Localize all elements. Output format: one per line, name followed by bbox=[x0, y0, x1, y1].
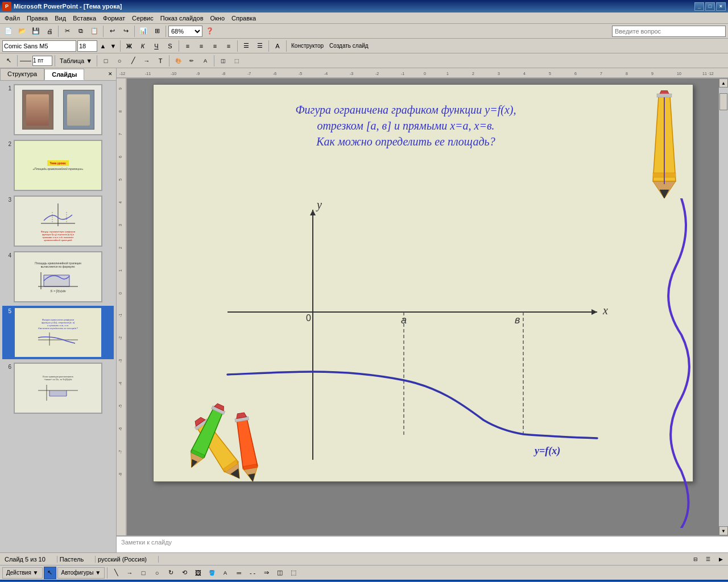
close-button[interactable]: × bbox=[716, 2, 726, 11]
shadow-btn[interactable]: ◫ bbox=[217, 55, 229, 67]
numbering-btn[interactable]: ☰ bbox=[254, 40, 266, 52]
redo-btn[interactable]: ↪ bbox=[119, 25, 132, 38]
help-icon-btn[interactable]: ❓ bbox=[204, 25, 216, 38]
slide-thumb-5[interactable]: 5 Фигура ограничена графикомфункции y=f(… bbox=[2, 306, 114, 359]
menu-file[interactable]: Файл bbox=[1, 14, 23, 23]
3dstyle-btn[interactable]: ⬚ bbox=[287, 567, 300, 579]
sep5 bbox=[120, 40, 121, 52]
arrow-style-btn[interactable]: ⇒ bbox=[260, 567, 272, 579]
draw-rect-btn[interactable]: □ bbox=[100, 55, 112, 67]
slide-thumb-4[interactable]: 4 Площадь криволинейной трапециивычисляе… bbox=[2, 250, 114, 304]
draw-line-btn[interactable]: ╱ bbox=[127, 55, 139, 67]
normal-view-btn[interactable]: ⊟ bbox=[690, 554, 701, 564]
scroll-thumb[interactable] bbox=[719, 93, 727, 110]
3d-btn[interactable]: ⬚ bbox=[230, 55, 243, 67]
scroll-down-button[interactable]: ▼ bbox=[719, 526, 728, 535]
close-panel-button[interactable]: ✕ bbox=[106, 69, 115, 78]
menu-help[interactable]: Справка bbox=[228, 14, 259, 23]
window-controls[interactable]: _ □ × bbox=[694, 2, 726, 11]
ellipse-draw-btn[interactable]: ○ bbox=[151, 567, 163, 579]
font-color-bottom-btn[interactable]: A bbox=[219, 567, 231, 579]
maximize-button[interactable]: □ bbox=[705, 2, 715, 11]
slide-frame: Фигура ограничена графиком функции y=f(x… bbox=[153, 84, 693, 482]
underline-button[interactable]: Ч bbox=[150, 40, 163, 52]
align-left-btn[interactable]: ≡ bbox=[181, 40, 194, 52]
new-btn[interactable]: 📄 bbox=[2, 25, 15, 38]
tab-structure[interactable]: Структура bbox=[0, 68, 44, 80]
svg-text:11: 11 bbox=[702, 72, 707, 76]
select-tool[interactable]: ↖ bbox=[44, 567, 56, 579]
svg-text:y: y bbox=[316, 198, 322, 211]
zoom-select[interactable]: 68% bbox=[168, 26, 202, 37]
line-draw-btn[interactable]: ╲ bbox=[110, 567, 122, 579]
menu-edit[interactable]: Правка bbox=[23, 14, 51, 23]
fill-color-btn[interactable]: 🎨 bbox=[172, 55, 184, 67]
copy-btn[interactable]: ⧉ bbox=[75, 25, 87, 38]
align-center-btn[interactable]: ≡ bbox=[195, 40, 208, 52]
slideshow-btn[interactable]: ▶ bbox=[715, 554, 726, 564]
title-line3: Как можно определить ее площадь? bbox=[188, 134, 624, 149]
menu-service[interactable]: Сервис bbox=[129, 14, 157, 23]
paste-btn[interactable]: 📋 bbox=[88, 25, 101, 38]
font-name-input[interactable] bbox=[2, 40, 76, 52]
font-size-input[interactable] bbox=[77, 40, 97, 52]
slide-preview-3: Фигуру, ограниченную графикомфункции f(x… bbox=[14, 196, 102, 247]
outline-view-btn[interactable]: ☰ bbox=[703, 554, 713, 564]
slide-thumb-6[interactable]: 6 Если трапеция расположена«ниже» ос Ox,… bbox=[2, 361, 114, 415]
slide-thumb-1[interactable]: 1 bbox=[2, 83, 114, 136]
strikethrough-button[interactable]: S bbox=[164, 40, 176, 52]
insert-clip-btn[interactable]: 🖼 bbox=[192, 567, 204, 579]
shadow-style-btn[interactable]: ◫ bbox=[274, 567, 286, 579]
flip-btn[interactable]: ⟲ bbox=[178, 567, 191, 579]
print-btn[interactable]: 🖨 bbox=[43, 25, 56, 38]
font-size-up-btn[interactable]: ▲ bbox=[98, 40, 107, 52]
scroll-track[interactable] bbox=[719, 88, 728, 526]
table-dropdown-btn[interactable]: Таблица ▼ bbox=[57, 55, 94, 66]
line-color-btn[interactable]: ✏ bbox=[185, 55, 198, 67]
scroll-up-button[interactable]: ▲ bbox=[719, 78, 728, 88]
menu-view[interactable]: Вид bbox=[51, 14, 69, 23]
open-btn[interactable]: 📂 bbox=[16, 25, 28, 38]
svg-text:0: 0 bbox=[306, 313, 311, 323]
arrow-draw-btn[interactable]: → bbox=[123, 567, 136, 579]
menu-insert[interactable]: Вставка bbox=[69, 14, 100, 23]
svg-text:6: 6 bbox=[118, 156, 122, 158]
font-color-btn2[interactable]: A bbox=[199, 55, 212, 67]
draw-ellipse-btn[interactable]: ○ bbox=[113, 55, 126, 67]
tab-slides[interactable]: Слайды bbox=[44, 69, 84, 80]
insert-table-btn[interactable]: ⊞ bbox=[151, 25, 163, 38]
vertical-ruler: 9 8 7 6 5 4 3 2 1 0 -1 -2 -3 -4 -5 -6 -7 bbox=[117, 78, 127, 535]
draw-arrow-btn[interactable]: → bbox=[140, 55, 153, 67]
italic-button[interactable]: К bbox=[136, 40, 149, 52]
text-box-btn[interactable]: T bbox=[154, 55, 167, 67]
menu-format[interactable]: Формат bbox=[100, 14, 129, 23]
pointer-tool[interactable]: ↖ bbox=[2, 55, 15, 67]
slide-thumb-3[interactable]: 3 Фигуру, ограниченную графикомфункции f… bbox=[2, 194, 114, 248]
line-style-btn[interactable]: ═ bbox=[233, 567, 245, 579]
fill-color-bottom-btn[interactable]: 🪣 bbox=[205, 567, 218, 579]
undo-btn[interactable]: ↩ bbox=[106, 25, 118, 38]
vertical-scrollbar[interactable]: ▲ ▼ bbox=[719, 78, 728, 535]
notes-placeholder: Заметки к слайду bbox=[121, 539, 172, 546]
cut-btn[interactable]: ✂ bbox=[61, 25, 73, 38]
help-search-input[interactable] bbox=[612, 26, 726, 37]
font-size-down-btn[interactable]: ▼ bbox=[109, 40, 118, 52]
rect-draw-btn[interactable]: □ bbox=[137, 567, 150, 579]
font-color-btn[interactable]: A bbox=[271, 40, 284, 52]
save-btn[interactable]: 💾 bbox=[30, 25, 42, 38]
menu-window[interactable]: Окно bbox=[207, 14, 229, 23]
minimize-button[interactable]: _ bbox=[694, 2, 704, 11]
menu-slideshow[interactable]: Показ слайдов bbox=[157, 14, 207, 23]
dash-style-btn[interactable]: - - bbox=[246, 567, 259, 579]
insert-chart-btn[interactable]: 📊 bbox=[137, 25, 150, 38]
bold-button[interactable]: Ж bbox=[123, 40, 135, 52]
slide-thumb-2[interactable]: 2 Тема урока: «Площадь криволинейной тра… bbox=[2, 139, 114, 192]
sep3 bbox=[134, 26, 135, 37]
align-right-btn[interactable]: ≡ bbox=[209, 40, 221, 52]
line-width-input[interactable] bbox=[32, 56, 52, 66]
rotate-btn[interactable]: ↻ bbox=[164, 567, 177, 579]
align-justify-btn[interactable]: ≡ bbox=[222, 40, 235, 52]
bullets-btn[interactable]: ☰ bbox=[240, 40, 253, 52]
actions-dropdown[interactable]: Действия ▼ bbox=[2, 567, 43, 579]
autoshapes-dropdown[interactable]: Автофигуры ▼ bbox=[57, 567, 105, 579]
